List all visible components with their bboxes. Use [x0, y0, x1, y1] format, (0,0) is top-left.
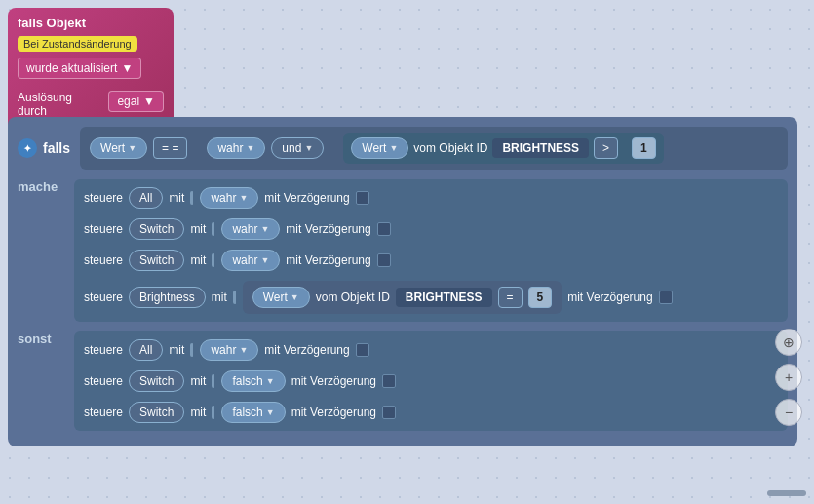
mache-section: mache steuere All mit wahr ▼ [18, 179, 788, 326]
mache-brightness-row: steuere Brightness mit Wert ▼ vom Objekt… [84, 281, 778, 314]
brightness-value-block: Wert ▼ vom Objekt ID BRIGHTNESS = 5 [243, 281, 562, 314]
mache-verz-3: mit Verzögerung [286, 253, 370, 267]
sonst-action-2: steuere [84, 374, 123, 388]
brightness-vom-obj: vom Objekt ID [316, 291, 390, 304]
mache-rows: steuere All mit wahr ▼ mit Verzögerung [84, 187, 778, 314]
sonst-label: sonst [18, 331, 66, 346]
trigger-badge: Bei Zustandsänderung [18, 36, 137, 52]
trigger-panel: falls Objekt Bei Zustandsänderung wurde … [8, 8, 174, 134]
mache-target-all-1[interactable]: All [129, 187, 163, 209]
sonst-val2-arrow: ▼ [266, 376, 275, 386]
mache-row-1: steuere All mit wahr ▼ mit Verzögerung [84, 187, 778, 209]
sonst-verz-3: mit Verzögerung [291, 406, 376, 419]
wert1-arrow-icon: ▼ [128, 143, 136, 153]
brightness-condition-block: Wert ▼ vom Objekt ID BRIGHTNESS > 1 [343, 133, 663, 164]
sonst-mit-2: mit [190, 374, 206, 388]
falls-row: ✦ falls Wert ▼ = = wahr ▼ und ▼ Wert [18, 127, 788, 170]
brightness-eq-op[interactable]: = [498, 287, 523, 308]
zoom-out-button[interactable]: − [775, 399, 802, 426]
gt-operator[interactable]: > [594, 137, 618, 159]
mache-value-switch-1[interactable]: wahr ▼ [221, 218, 280, 240]
mache-content: steuere All mit wahr ▼ mit Verzögerung [74, 179, 788, 326]
trigger-dropdown-1[interactable]: wurde aktualisiert ▼ [18, 58, 141, 79]
mache-value-switch-2[interactable]: wahr ▼ [221, 250, 280, 271]
mache-brightness-action: steuere [84, 291, 123, 304]
mache-mit-3: mit [190, 253, 206, 267]
target-button[interactable]: ⊕ [775, 329, 802, 356]
mache-row-2: steuere Switch mit wahr ▼ mit Verzögerun… [84, 218, 778, 240]
minus-icon: − [785, 405, 793, 420]
brightness-value[interactable]: 5 [528, 287, 553, 308]
mache-action-1: steuere [84, 191, 123, 205]
sonst-target-all[interactable]: All [129, 339, 163, 361]
mache-val3-arrow: ▼ [260, 255, 269, 265]
mache-brightness-target[interactable]: Brightness [129, 287, 206, 308]
brightness-id-1: BRIGHTNESS [492, 138, 589, 158]
sonst-value-switch-2[interactable]: falsch ▼ [221, 402, 285, 423]
zoom-in-button[interactable]: + [775, 364, 802, 391]
wahr-dropdown-1[interactable]: wahr ▼ [207, 137, 265, 159]
trigger-title: falls Objekt [18, 16, 164, 30]
sonst-value-all[interactable]: wahr ▼ [200, 339, 258, 361]
sonst-verz-2: mit Verzögerung [291, 374, 376, 388]
trigger-dropdown-2[interactable]: egal ▼ [108, 91, 164, 112]
brightness-obj-id: BRIGHTNESS [396, 288, 492, 307]
sonst-value-switch-1[interactable]: falsch ▼ [221, 370, 285, 392]
vom-objekt-id-label: vom Objekt ID [413, 141, 487, 155]
sonst-verz-1: mit Verzögerung [264, 343, 349, 357]
mache-val2-arrow: ▼ [260, 224, 269, 234]
mache-delay-check-1[interactable] [356, 191, 369, 205]
mache-delay-check-2[interactable] [377, 222, 391, 236]
mache-verz-2: mit Verzögerung [286, 222, 370, 236]
mache-target-switch-1[interactable]: Switch [129, 218, 184, 240]
mache-mit-2: mit [190, 222, 206, 236]
sonst-row-2: steuere Switch mit falsch ▼ mit Verzöger… [84, 370, 778, 392]
condition-bar: Wert ▼ = = wahr ▼ und ▼ Wert ▼ vom O [80, 127, 788, 170]
sonst-target-switch-2[interactable]: Switch [129, 402, 184, 423]
main-block: ✦ falls Wert ▼ = = wahr ▼ und ▼ Wert [8, 117, 797, 446]
sonst-val1-arrow: ▼ [239, 345, 248, 355]
eq-operator-1[interactable]: = = [153, 137, 187, 159]
right-controls: ⊕ + − [775, 329, 802, 426]
mache-row-3: steuere Switch mit wahr ▼ mit Verzögerun… [84, 250, 778, 271]
mache-delay-check-3[interactable] [377, 253, 391, 267]
mache-verz-1: mit Verzögerung [264, 191, 349, 205]
mache-target-switch-2[interactable]: Switch [129, 250, 184, 271]
sonst-delay-check-1[interactable] [356, 343, 369, 357]
sonst-section: sonst steuere All mit wahr ▼ [18, 331, 788, 431]
wert-dropdown-2[interactable]: Wert ▼ [351, 137, 408, 159]
plus-icon: + [785, 369, 793, 385]
mache-mit-1: mit [169, 191, 184, 205]
mache-label: mache [18, 179, 66, 194]
und-arrow-icon: ▼ [304, 143, 313, 153]
und-label[interactable]: und ▼ [271, 137, 324, 159]
sonst-mit-1: mit [169, 343, 184, 357]
mache-val1-arrow: ▼ [239, 193, 248, 203]
sonst-action-1: steuere [84, 343, 123, 357]
sonst-content: steuere All mit wahr ▼ mit Verzögerung [74, 331, 788, 431]
brightness-wert-dropdown[interactable]: Wert ▼ [252, 287, 310, 308]
mache-brightness-mit: mit [212, 291, 227, 304]
sonst-row-1: steuere All mit wahr ▼ mit Verzögerung [84, 339, 778, 361]
wert-dropdown-1[interactable]: Wert ▼ [90, 137, 147, 159]
sonst-action-3: steuere [84, 406, 123, 419]
mache-action-2: steuere [84, 222, 123, 236]
mache-brightness-delay-check[interactable] [659, 291, 673, 304]
ausloesung-label: Auslösung durch [18, 91, 102, 118]
trigger-ausloesung-row: Auslösung durch egal ▼ [18, 91, 164, 118]
sonst-row-3: steuere Switch mit falsch ▼ mit Verzöger… [84, 402, 778, 423]
wert2-arrow-icon: ▼ [389, 143, 398, 153]
sonst-val3-arrow: ▼ [266, 407, 275, 417]
falls-label: falls [43, 140, 70, 156]
dropdown1-arrow-icon: ▼ [121, 61, 133, 75]
sonst-delay-check-3[interactable] [382, 406, 396, 419]
mache-area: steuere All mit wahr ▼ mit Verzögerung [74, 179, 788, 322]
dropdown2-arrow-icon: ▼ [143, 95, 155, 108]
bottom-bar [767, 490, 806, 496]
mache-value-all-1[interactable]: wahr ▼ [200, 187, 258, 209]
falls-value-1[interactable]: 1 [632, 137, 656, 159]
mache-action-3: steuere [84, 253, 123, 267]
sonst-delay-check-2[interactable] [382, 374, 396, 388]
sonst-target-switch-1[interactable]: Switch [129, 370, 184, 392]
sonst-mit-3: mit [190, 406, 206, 419]
